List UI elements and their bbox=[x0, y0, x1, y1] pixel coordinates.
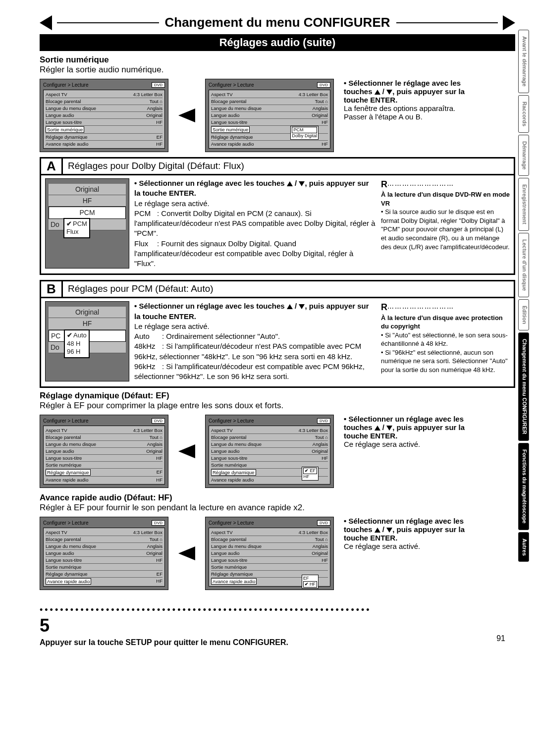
osd-panel-dyn-right: Configurer > LectureDVD Aspect TV4:3 Let… bbox=[205, 415, 334, 488]
section-dynamic-label: Réglage dynamique (Défaut: EF) bbox=[40, 391, 515, 401]
arrow-right-icon bbox=[503, 15, 515, 30]
header-rule: Changement du menu CONFIGURER bbox=[40, 15, 515, 30]
section-digital-out-desc: Régler la sortie audio numérique. bbox=[40, 65, 515, 75]
arrow-left-big-icon bbox=[178, 444, 195, 458]
block-b-title: Réglages pour PCM (Défaut: Auto) bbox=[63, 281, 514, 297]
instruction-col: • Sélectionner le réglage avec les touch… bbox=[344, 79, 487, 121]
tab-autres[interactable]: Autres bbox=[518, 532, 529, 562]
osd-panel-left: Configurer > Lecture DVD Aspect TV4:3 Le… bbox=[40, 79, 168, 152]
page-title: Changement du menu CONFIGURER bbox=[159, 15, 396, 30]
down-icon bbox=[386, 90, 392, 95]
block-b: B Réglages pour PCM (Défaut: Auto) Origi… bbox=[40, 280, 515, 388]
tab-fonctions[interactable]: Fonctions du magnétoscope bbox=[518, 443, 529, 530]
ffwd-popup: EF HF bbox=[302, 575, 319, 589]
section-dynamic-desc: Régler à EF pour comprimer la plage entr… bbox=[40, 401, 515, 411]
block-a-title: Réglages pour Dolby Digital (Défaut: Flu… bbox=[63, 159, 514, 174]
dynamic-popup: EF HF bbox=[302, 467, 319, 481]
block-b-mini-panel: Original HF PC Auto 48 H 96 H Do bbox=[45, 301, 129, 381]
block-b-popup: Auto 48 H 96 H bbox=[64, 329, 90, 359]
arrow-left-big-icon bbox=[178, 546, 195, 560]
osd-panel-ff-left: Configurer > LectureDVD Aspect TV4:3 Let… bbox=[40, 517, 168, 590]
block-b-letter: B bbox=[41, 281, 63, 297]
breadcrumb: Configurer > Lecture bbox=[43, 82, 88, 88]
step-dots: ••••••••••••••••••••••••••••••••••••••••… bbox=[40, 605, 515, 615]
tab-demarrage[interactable]: Démarrage bbox=[518, 135, 529, 176]
block-a-mini-panel: Original HF PCM Do PCM Flux bbox=[45, 178, 129, 269]
arrow-left-icon bbox=[40, 15, 52, 30]
section-ffwd-label: Avance rapide audio (Défaut: HF) bbox=[40, 493, 515, 503]
block-b-description: • Sélectionner un réglage avec les touch… bbox=[134, 301, 376, 381]
osd-panel-right: Configurer > Lecture DVD Aspect TV4:3 Le… bbox=[205, 79, 334, 152]
tab-enregistrement[interactable]: Enregistrement bbox=[518, 178, 529, 231]
tab-configurer[interactable]: Changement du menu CONFIGURER bbox=[518, 332, 529, 441]
arrow-left-big-icon bbox=[178, 108, 195, 122]
page-number: 91 bbox=[496, 634, 505, 643]
section-digital-out-label: Sortie numérique bbox=[40, 55, 515, 65]
digital-out-popup: PCM Dolby Digital bbox=[290, 126, 319, 140]
block-a-note: R⋯⋯⋯⋯⋯⋯⋯⋯⋯ À la lecture d'un disque DVD-… bbox=[381, 178, 510, 269]
step-number: 5 bbox=[40, 615, 515, 636]
block-a-description: • Sélectionner un réglage avec les touch… bbox=[134, 178, 376, 269]
section-ffwd-desc: Régler à EF pour fournir le son pendant … bbox=[40, 503, 515, 513]
tab-avant[interactable]: Avant le démarrage bbox=[518, 30, 529, 93]
tab-lecture[interactable]: Lecture d'un disque bbox=[518, 233, 529, 297]
block-a-letter: A bbox=[41, 159, 63, 174]
osd-panel-ff-right: Configurer > LectureDVD Aspect TV4:3 Let… bbox=[205, 517, 334, 590]
tab-raccords[interactable]: Raccords bbox=[518, 95, 529, 133]
block-b-note: R⋯⋯⋯⋯⋯⋯⋯⋯⋯ À la lecture d'un disque avec… bbox=[381, 301, 510, 381]
page-subtitle: Réglages audio (suite) bbox=[40, 34, 515, 51]
osd-panel-dyn-left: Configurer > LectureDVD Aspect TV4:3 Let… bbox=[40, 415, 168, 488]
block-a-popup: PCM Flux bbox=[63, 218, 90, 239]
up-icon bbox=[374, 90, 380, 95]
side-tabs: Avant le démarrage Raccords Démarrage En… bbox=[518, 30, 529, 562]
tab-edition[interactable]: Édition bbox=[518, 299, 529, 330]
dvd-badge: DVD bbox=[152, 82, 165, 88]
step-text: Appuyer sur la touche SETUP pour quitter… bbox=[40, 638, 515, 647]
block-a: A Réglages pour Dolby Digital (Défaut: F… bbox=[40, 157, 515, 275]
